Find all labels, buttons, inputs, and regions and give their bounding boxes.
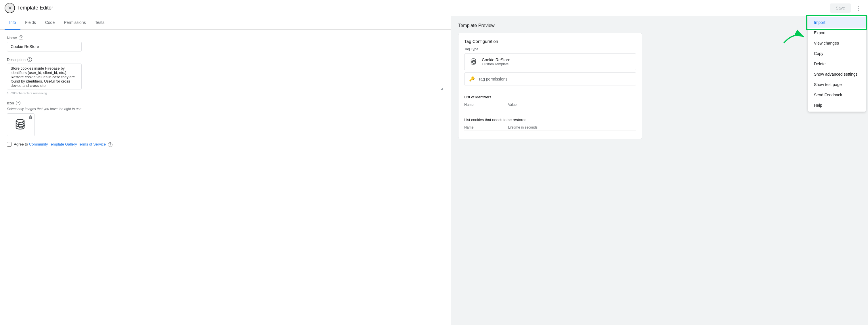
name-help-icon[interactable]: ? xyxy=(19,35,23,40)
icon-help-icon[interactable]: ? xyxy=(16,101,21,105)
icon-section: Icon ? Select only images that you have … xyxy=(7,101,444,136)
left-panel: Info Fields Code Permissions Tests Name … xyxy=(0,16,451,325)
tab-info[interactable]: Info xyxy=(5,16,21,30)
icon-image xyxy=(13,117,28,132)
menu-item-view-changes[interactable]: View changes xyxy=(808,38,866,48)
icon-preview: 🗑 xyxy=(7,113,34,136)
agree-row: Agree to Community Template Gallery Term… xyxy=(7,142,444,147)
card-section-title: Tag Configuration xyxy=(464,39,636,44)
menu-item-import[interactable]: Import xyxy=(808,17,866,28)
char-count: 18/200 characters remaining xyxy=(7,92,444,95)
tag-info: Cookie ReStore Custom Template xyxy=(482,58,510,66)
tag-type-label: Tag Type xyxy=(464,47,636,51)
menu-item-copy[interactable]: Copy xyxy=(808,48,866,59)
divider-1 xyxy=(464,90,636,90)
divider-2 xyxy=(464,113,636,113)
dropdown-menu: Import Export View changes Copy Delete S… xyxy=(808,16,866,111)
menu-item-export[interactable]: Export xyxy=(808,28,866,38)
tab-permissions[interactable]: Permissions xyxy=(59,16,90,30)
resize-handle[interactable]: ◢ xyxy=(441,87,443,90)
left-content: Name ? Description ? Store cookies insid… xyxy=(0,30,451,325)
name-field-group: Name ? xyxy=(7,35,444,52)
description-textarea-wrap: Store cookies inside Firebase by identif… xyxy=(7,64,444,90)
tag-db-icon xyxy=(469,57,478,66)
icon-note: Select only images that you have the rig… xyxy=(7,107,444,111)
tab-tests[interactable]: Tests xyxy=(90,16,109,30)
menu-item-show-test[interactable]: Show test page xyxy=(808,79,866,90)
col-name: Name xyxy=(464,103,473,107)
save-button[interactable]: Save xyxy=(830,3,851,13)
list-cookies-title: List cookies that needs to be restored xyxy=(464,118,636,122)
main-layout: Info Fields Code Permissions Tests Name … xyxy=(0,16,868,325)
top-bar-actions: Save ⋮ xyxy=(830,3,863,13)
tag-name: Cookie ReStore xyxy=(482,58,510,62)
agree-link[interactable]: Community Template Gallery Terms of Serv… xyxy=(29,142,106,147)
menu-item-delete[interactable]: Delete xyxy=(808,59,866,69)
preview-title: Template Preview xyxy=(458,23,861,28)
name-label: Name ? xyxy=(7,35,444,40)
list-identifiers-title: List of identifiers xyxy=(464,95,636,99)
app-title: Template Editor xyxy=(17,5,53,11)
menu-item-help[interactable]: Help xyxy=(808,100,866,110)
description-help-icon[interactable]: ? xyxy=(27,57,32,62)
tabs-bar: Info Fields Code Permissions Tests xyxy=(0,16,451,30)
menu-item-send-feedback[interactable]: Send Feedback xyxy=(808,90,866,100)
more-button[interactable]: ⋮ xyxy=(853,3,863,13)
tag-permissions-row[interactable]: 🔑 Tag permissions xyxy=(464,72,636,86)
name-input[interactable] xyxy=(7,42,82,52)
tag-subtitle: Custom Template xyxy=(482,62,510,66)
col-lifetime: Lifetime in seconds xyxy=(508,125,537,129)
delete-icon-button[interactable]: 🗑 xyxy=(29,115,32,119)
key-icon: 🔑 xyxy=(469,76,475,82)
col-name2: Name xyxy=(464,125,473,129)
tag-type-row[interactable]: Cookie ReStore Custom Template xyxy=(464,54,636,70)
tab-fields[interactable]: Fields xyxy=(21,16,40,30)
svg-marker-1 xyxy=(23,124,25,126)
right-panel: Template Preview Tag Configuration Tag T… xyxy=(451,16,868,325)
tab-code[interactable]: Code xyxy=(40,16,59,30)
svg-point-2 xyxy=(471,59,476,60)
description-label: Description ? xyxy=(7,57,444,62)
description-field-group: Description ? Store cookies inside Fireb… xyxy=(7,57,444,95)
svg-point-0 xyxy=(16,119,24,122)
agree-help-icon[interactable]: ? xyxy=(108,142,113,147)
agree-text: Agree to Community Template Gallery Term… xyxy=(14,142,113,147)
top-bar: ✕ Template Editor Save ⋮ xyxy=(0,0,868,16)
close-button[interactable]: ✕ xyxy=(5,3,15,13)
list-cookies-cols: Name Lifetime in seconds xyxy=(464,124,636,131)
description-textarea[interactable]: Store cookies inside Firebase by identif… xyxy=(7,64,82,90)
col-value: Value xyxy=(508,103,517,107)
database-icon xyxy=(14,118,28,132)
preview-card: Tag Configuration Tag Type Cookie ReStor… xyxy=(458,33,642,139)
agree-checkbox[interactable] xyxy=(7,142,11,147)
list-identifiers-cols: Name Value xyxy=(464,101,636,108)
permissions-label: Tag permissions xyxy=(478,77,507,82)
menu-item-show-advanced[interactable]: Show advanced settings xyxy=(808,69,866,79)
icon-label: Icon ? xyxy=(7,101,444,105)
